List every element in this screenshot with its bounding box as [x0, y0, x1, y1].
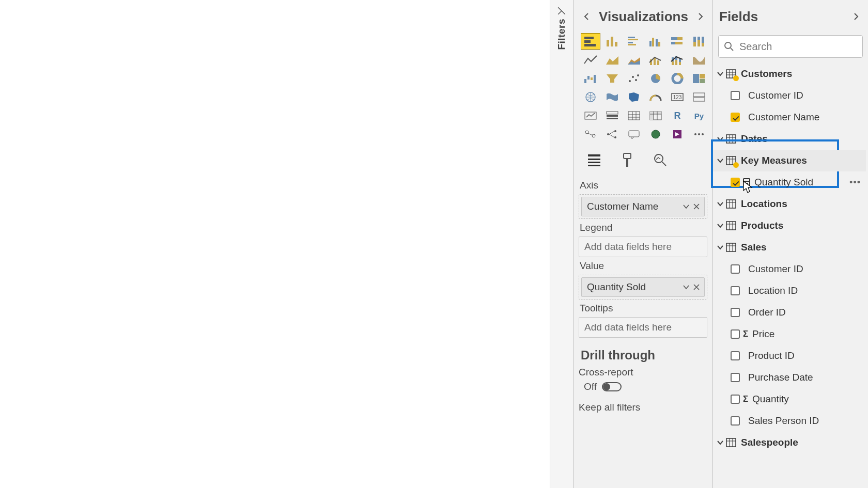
shape-map-icon[interactable] — [624, 89, 644, 105]
table-icon[interactable] — [624, 107, 644, 124]
table-salespeople[interactable]: Salespeople — [713, 432, 866, 453]
cross-report-toggle[interactable] — [602, 382, 622, 391]
field-sales-product-id[interactable]: Product ID — [713, 345, 866, 367]
axis-field-chip[interactable]: Customer Name — [581, 197, 705, 216]
field-sales-price[interactable]: ΣPrice — [713, 323, 866, 345]
svg-rect-34 — [587, 76, 590, 80]
svg-text:123: 123 — [673, 95, 682, 100]
ribbon-chart-icon[interactable] — [689, 52, 709, 68]
svg-rect-114 — [726, 243, 736, 251]
table-locations[interactable]: Locations — [713, 193, 866, 215]
pie-chart-icon[interactable] — [646, 70, 665, 87]
chevron-down-icon[interactable] — [683, 203, 690, 210]
report-canvas[interactable] — [0, 0, 550, 488]
svg-point-69 — [592, 134, 595, 137]
field-sales-customer-id[interactable]: Customer ID — [713, 258, 866, 280]
card-icon[interactable]: 123 — [668, 89, 687, 105]
more-visuals-icon[interactable] — [689, 126, 709, 143]
decomposition-tree-icon[interactable] — [602, 126, 622, 143]
value-well-label: Value — [580, 260, 707, 272]
field-sales-order-id[interactable]: Order ID — [713, 302, 866, 323]
svg-rect-23 — [702, 43, 704, 46]
svg-rect-36 — [594, 75, 596, 83]
field-customer-id[interactable]: Customer ID — [713, 85, 866, 106]
svg-rect-9 — [628, 44, 636, 45]
legend-well[interactable]: Add data fields here — [579, 237, 707, 257]
remove-field-icon[interactable] — [693, 284, 700, 291]
field-sales-location-id[interactable]: Location ID — [713, 280, 866, 302]
map-icon[interactable] — [581, 89, 600, 105]
svg-rect-7 — [628, 39, 638, 40]
svg-rect-85 — [588, 162, 600, 163]
r-visual-icon[interactable]: R — [668, 107, 687, 124]
svg-line-74 — [609, 131, 614, 134]
field-customer-name[interactable]: Customer Name — [713, 106, 866, 128]
fields-search-input[interactable]: Search — [718, 35, 863, 58]
checkbox-checked[interactable] — [731, 113, 740, 122]
svg-rect-12 — [656, 39, 658, 46]
remove-field-icon[interactable] — [693, 203, 700, 210]
table-products[interactable]: Products — [713, 215, 866, 237]
field-sales-purchase-date[interactable]: Purchase Date — [713, 367, 866, 388]
waterfall-chart-icon[interactable] — [581, 70, 600, 87]
format-mode-icon[interactable] — [618, 151, 637, 169]
svg-rect-32 — [679, 62, 681, 65]
hundred-stacked-column-icon[interactable] — [689, 33, 709, 50]
kpi-icon[interactable] — [581, 107, 600, 124]
svg-rect-0 — [584, 37, 594, 39]
fields-collapse-right[interactable] — [848, 9, 863, 24]
filters-pane-collapsed[interactable]: Filters — [550, 0, 574, 488]
arcgis-map-icon[interactable] — [646, 126, 665, 143]
legend-well-label: Legend — [580, 222, 707, 233]
area-chart-icon[interactable] — [602, 52, 622, 68]
table-key-measures[interactable]: Key Measures — [713, 150, 866, 171]
field-sales-quantity[interactable]: ΣQuantity — [713, 388, 866, 410]
key-influencers-icon[interactable] — [581, 126, 600, 143]
checkbox[interactable] — [731, 91, 740, 100]
stacked-area-chart-icon[interactable] — [624, 52, 644, 68]
python-visual-icon[interactable]: Py — [689, 107, 709, 124]
viz-collapse-left[interactable] — [580, 9, 594, 24]
svg-rect-118 — [726, 438, 736, 447]
svg-line-70 — [588, 133, 593, 135]
qa-visual-icon[interactable] — [624, 126, 644, 143]
hundred-stacked-bar-icon[interactable] — [668, 33, 687, 50]
multi-row-card-icon[interactable] — [689, 89, 709, 105]
checkbox-checked[interactable] — [731, 178, 740, 187]
gauge-icon[interactable] — [646, 89, 665, 105]
field-quantity-sold[interactable]: Quantity Sold ••• — [713, 171, 866, 193]
matrix-icon[interactable] — [646, 107, 665, 124]
field-more-icon[interactable]: ••• — [849, 177, 861, 188]
slicer-icon[interactable] — [602, 107, 622, 124]
svg-point-40 — [637, 74, 639, 76]
clustered-bar-chart-icon[interactable] — [624, 33, 644, 50]
funnel-chart-icon[interactable] — [602, 70, 622, 87]
field-sales-salesperson-id[interactable]: Sales Person ID — [713, 410, 866, 432]
line-chart-icon[interactable] — [581, 52, 600, 68]
stacked-column-chart-icon[interactable] — [602, 33, 622, 50]
svg-rect-26 — [657, 60, 659, 65]
table-sales[interactable]: Sales — [713, 237, 866, 258]
svg-rect-50 — [693, 98, 705, 101]
clustered-column-chart-icon[interactable] — [646, 33, 665, 50]
analytics-mode-icon[interactable] — [651, 151, 670, 169]
powerapps-visual-icon[interactable] — [668, 126, 687, 143]
chevron-down-icon[interactable] — [683, 284, 690, 291]
line-clustered-column-icon[interactable] — [646, 52, 665, 68]
svg-rect-28 — [672, 61, 674, 65]
tooltips-well[interactable]: Add data fields here — [579, 317, 707, 338]
svg-rect-87 — [624, 153, 631, 159]
fields-mode-icon[interactable] — [585, 151, 603, 169]
cross-report-state: Off — [584, 381, 597, 392]
filled-map-icon[interactable] — [602, 89, 622, 105]
table-dates[interactable]: Dates — [713, 128, 866, 150]
table-customers[interactable]: Customers — [713, 63, 866, 85]
line-stacked-column-icon[interactable] — [668, 52, 687, 68]
viz-collapse-right[interactable] — [693, 9, 707, 24]
donut-chart-icon[interactable] — [668, 70, 687, 87]
svg-rect-6 — [628, 37, 635, 38]
treemap-icon[interactable] — [689, 70, 709, 87]
stacked-bar-chart-icon[interactable] — [581, 33, 600, 50]
scatter-chart-icon[interactable] — [624, 70, 644, 87]
value-field-chip[interactable]: Quantity Sold — [581, 277, 705, 297]
